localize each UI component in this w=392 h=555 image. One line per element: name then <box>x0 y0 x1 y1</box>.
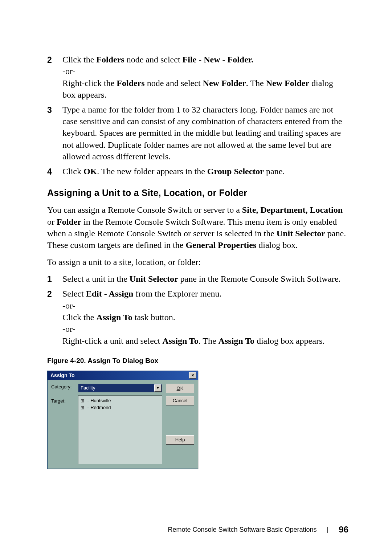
list-body: Select a unit in the Unit Selector pane … <box>62 273 348 285</box>
tree-item-redmond[interactable]: ··Redmond <box>81 404 160 411</box>
bold: New Folder <box>266 78 309 88</box>
text: dialog box appears. <box>254 336 324 346</box>
text: You can assign a Remote Console Switch o… <box>47 205 242 215</box>
page-footer: Remote Console Switch Software Basic Ope… <box>168 524 348 535</box>
chevron-down-icon: ▼ <box>156 385 160 391</box>
bold: Assign To <box>219 336 254 346</box>
close-button[interactable]: × <box>189 372 196 379</box>
ordered-list-a: 2 Click the Folders node and select File… <box>47 54 348 177</box>
bold: Folder <box>57 217 81 227</box>
bold: New Folder <box>203 78 246 88</box>
help-button[interactable]: Help <box>166 435 194 445</box>
list-number: 2 <box>47 288 62 300</box>
text: . The new folder appears in the <box>97 167 207 176</box>
dialog-body: Category: Target: Facility ▼ ··Huntsvill… <box>48 380 198 469</box>
text: node and select <box>124 55 183 64</box>
text: Select a unit in the <box>62 274 130 283</box>
text: pane in the Remote Console Switch Softwa… <box>178 274 341 283</box>
list-number: 2 <box>47 54 62 66</box>
bold: Folders <box>96 55 124 64</box>
list-body: Click the Folders node and select File -… <box>62 54 348 101</box>
list-body: Select Edit - Assign from the Explorer m… <box>62 288 348 347</box>
dialog-labels-column: Category: Target: <box>51 384 74 464</box>
dropdown-button[interactable]: ▼ <box>154 384 162 392</box>
bold: Edit - Assign <box>86 289 134 298</box>
text: . The <box>199 336 219 346</box>
text: Select <box>62 289 86 298</box>
or-text: -or- <box>62 66 75 76</box>
bold: Unit Selector <box>130 274 178 283</box>
dialog-title: Assign To <box>50 372 75 379</box>
category-select[interactable]: Facility ▼ <box>78 384 162 392</box>
text: Right-click the <box>62 78 117 88</box>
list-number: 3 <box>47 104 62 116</box>
intro-paragraph: You can assign a Remote Console Switch o… <box>47 204 348 251</box>
dialog-fields-column: Facility ▼ ··Huntsville ··Redmond <box>78 384 162 464</box>
text: Click the <box>62 55 96 64</box>
footer-text: Remote Console Switch Software Basic Ope… <box>168 525 317 534</box>
page-number: 96 <box>339 524 348 535</box>
category-value: Facility <box>81 385 95 391</box>
list-number: 1 <box>47 273 62 285</box>
bold: General Properties <box>185 240 256 250</box>
figure-caption: Figure 4-20. Assign To Dialog Box <box>47 356 348 366</box>
text: from the Explorer menu. <box>133 289 221 298</box>
list-item-3: 3 Type a name for the folder from 1 to 3… <box>47 104 348 163</box>
lead-text: To assign a unit to a site, location, or… <box>47 256 348 268</box>
list-item-4: 4 Click OK. The new folder appears in th… <box>47 166 348 177</box>
text: pane. <box>264 167 285 176</box>
or-text: -or- <box>62 301 75 310</box>
text: Click the <box>62 313 96 322</box>
tree-label: Redmond <box>90 404 111 411</box>
target-label: Target: <box>51 398 74 404</box>
list-item-b2: 2 Select Edit - Assign from the Explorer… <box>47 288 348 347</box>
bold: Site, Department, Location <box>242 205 343 215</box>
close-icon: × <box>191 373 194 378</box>
text: Click <box>62 167 83 176</box>
list-number: 4 <box>47 166 62 177</box>
list-item-2: 2 Click the Folders node and select File… <box>47 54 348 101</box>
bold: Unit Selector <box>277 229 325 238</box>
or-text: -or- <box>62 324 75 334</box>
list-body: Type a name for the folder from 1 to 32 … <box>62 104 348 163</box>
text: node and select <box>145 78 203 88</box>
text: or <box>47 217 57 227</box>
bold: Group Selector <box>207 167 264 176</box>
text: dialog box. <box>256 240 298 250</box>
list-item-b1: 1 Select a unit in the Unit Selector pan… <box>47 273 348 285</box>
bold: File - New - Folder. <box>183 55 254 64</box>
assign-to-dialog: Assign To × Category: Target: Facility ▼… <box>47 371 198 469</box>
bold: OK <box>83 167 97 176</box>
dialog-titlebar: Assign To × <box>48 371 198 380</box>
section-heading: Assigning a Unit to a Site, Location, or… <box>47 187 348 199</box>
text: . The <box>246 78 266 88</box>
spacer <box>166 408 194 432</box>
tree-label: Huntsville <box>90 397 111 404</box>
document-page: 2 Click the Folders node and select File… <box>0 0 392 555</box>
target-tree[interactable]: ··Huntsville ··Redmond <box>78 395 162 464</box>
bold: Folders <box>117 78 144 88</box>
tree-item-huntsville[interactable]: ··Huntsville <box>81 397 160 404</box>
text: Right-click a unit and select <box>62 336 162 346</box>
bold: Assign To <box>96 313 132 322</box>
ok-button[interactable]: OK <box>166 384 194 393</box>
footer-separator: | <box>327 525 329 534</box>
cancel-button[interactable]: Cancel <box>166 396 194 405</box>
dialog-buttons-column: OK Cancel Help <box>166 384 194 464</box>
category-label: Category: <box>51 384 74 390</box>
list-body: Click OK. The new folder appears in the … <box>62 166 348 177</box>
ordered-list-b: 1 Select a unit in the Unit Selector pan… <box>47 273 348 347</box>
bold: Assign To <box>162 336 198 346</box>
text: task button. <box>132 313 175 322</box>
